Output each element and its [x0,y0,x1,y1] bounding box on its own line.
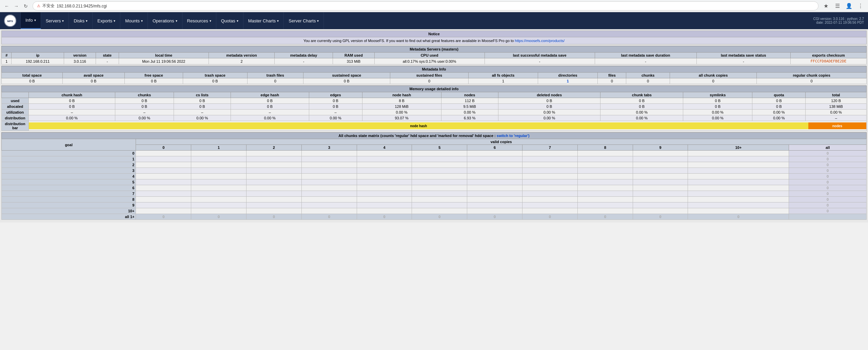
nav-item-quotas[interactable]: Quotas ▾ [216,12,243,29]
nav-item-master-charts[interactable]: Master Charts ▾ [243,12,284,29]
bookmarks-button[interactable]: ★ [821,1,831,11]
matrix-cell [357,202,412,208]
matrix-cell [357,208,412,214]
matrix-cell [633,191,688,197]
security-warning-icon: ⚠ [37,4,40,8]
matrix-cell [191,179,246,185]
matrix-cell [467,202,522,208]
mi-col-sustained-space: sustained space [303,73,390,78]
matrix-cell [191,156,246,162]
mu-dist-label: distribution [2,115,29,121]
mu-row-dist-bar: distribution bar node hash nodes [2,121,867,131]
server-state: - [96,58,119,64]
matrix-cell [688,162,789,168]
matrix-cell [577,168,633,174]
chunks-matrix-row: 70 [2,191,867,197]
vc-col-8: 8 [577,145,633,151]
goal-cell: 8 [2,197,136,202]
col-last-meta-save: last successful metadata save [485,53,595,58]
address-bar[interactable]: ⚠ 不安全 192.168.0.211:9425/mfs.cgi [33,1,818,11]
matrix-cell [577,156,633,162]
matrix-cell [577,174,633,179]
matrix-cell [357,191,412,197]
goal-cell: 4 [2,174,136,179]
notice-text: You are currently using GPL version of M… [2,37,866,44]
matrix-cell [191,185,246,191]
nav-item-operations[interactable]: Operations ▾ [148,12,182,29]
matrix-cell: 0 [789,191,867,197]
matrix-cell [577,208,633,214]
matrix-cell [357,179,412,185]
matrix-cell [136,168,191,174]
col-ip: ip [12,53,64,58]
matrix-cell [246,191,302,197]
matrix-cell [467,185,522,191]
back-button[interactable]: ← [3,2,11,10]
nav-mounts-label: Mounts [125,18,140,23]
matrix-cell [688,197,789,202]
nav-server-charts-arrow: ▾ [317,19,319,23]
chunks-matrix-row: all 1+00000000000 [2,214,867,220]
mi-all-fs: 1 [469,78,538,84]
dist-node-hash-label: node hash [410,124,427,128]
matrix-cell [301,197,357,202]
extensions-button[interactable]: ☰ [833,1,842,11]
browser-actions: ★ ☰ 👤 ⋮ [821,1,865,11]
profile-button[interactable]: 👤 [844,1,854,11]
matrix-cell [246,202,302,208]
memory-usage-table: chunk hash chunks cs lists edge hash edg… [1,92,867,131]
goal-cell: 1 [2,156,136,162]
matrix-cell [789,214,867,220]
matrix-cell [467,208,522,214]
matrix-cell [522,179,578,185]
server-ram-used: 313 MiB [333,58,374,64]
mu-util-cs-lists: – [174,110,231,115]
matrix-cell [633,185,688,191]
chunks-matrix-row: 80 [2,197,867,202]
nav-item-resources[interactable]: Resources ▾ [182,12,216,29]
nav-master-charts-arrow: ▾ [277,19,279,23]
notice-link[interactable]: https://moosefs.com/products/ [515,39,565,43]
mu-util-deleted-nodes: 0.00 % [498,110,600,115]
goal-cell: 9 [2,202,136,208]
mu-dist-deleted-nodes: 0.00 % [498,115,600,121]
chunks-matrix-switch-link[interactable]: switch to 'regular') [497,134,530,138]
version-line1: CGI version: 3.0.116 ; python: 2.7 [813,17,864,21]
mu-dist-edges: 0.00 % [309,115,362,121]
forward-button[interactable]: → [12,2,20,10]
mi-col-regular-chunk-copies: regular chunk copies [757,73,867,78]
nav-servers-label: Servers [46,18,61,23]
menu-button[interactable]: ⋮ [856,1,865,11]
chunks-matrix-row: 20 [2,162,867,168]
reload-button[interactable]: ↻ [22,2,30,10]
mu-used-total: 120 B [806,98,867,104]
mi-col-total-space: total space [2,73,63,78]
mu-col-cs-lists: cs lists [174,92,231,98]
mi-total-space: 0 B [2,78,63,84]
mu-used-edge-hash: 0 B [231,98,309,104]
server-local-time: Mon Jul 11 19:06:56 2022 [119,58,209,64]
nav-info-label: Info [25,18,33,23]
nav-exports-label: Exports [97,18,112,23]
matrix-cell [412,185,467,191]
mi-regular-chunk-copies: 0 [757,78,867,84]
nav-item-info[interactable]: Info ▾ [21,12,41,29]
nav-item-server-charts[interactable]: Server Charts ▾ [284,12,324,29]
matrix-cell [577,151,633,156]
mu-used-label: used [2,98,29,104]
nav-item-disks[interactable]: Disks ▾ [69,12,93,29]
mu-used-chunk-tabs: 0 B [600,98,683,104]
col-last-meta-duration: last metadata save duration [595,53,696,58]
col-num: # [2,53,12,58]
matrix-cell [357,174,412,179]
nav-items: Info ▾ Servers ▾ Disks ▾ Exports ▾ Mount… [21,12,809,29]
matrix-cell [301,162,357,168]
vc-col-9: 9 [633,145,688,151]
nav-item-servers[interactable]: Servers ▾ [41,12,69,29]
nav-item-exports[interactable]: Exports ▾ [93,12,120,29]
svg-text:MFS: MFS [7,20,14,23]
mu-alloc-quota: 0 B [752,104,806,110]
matrix-cell: 0 [246,214,302,220]
nav-item-mounts[interactable]: Mounts ▾ [120,12,148,29]
mu-alloc-symlinks: 0 B [683,104,752,110]
